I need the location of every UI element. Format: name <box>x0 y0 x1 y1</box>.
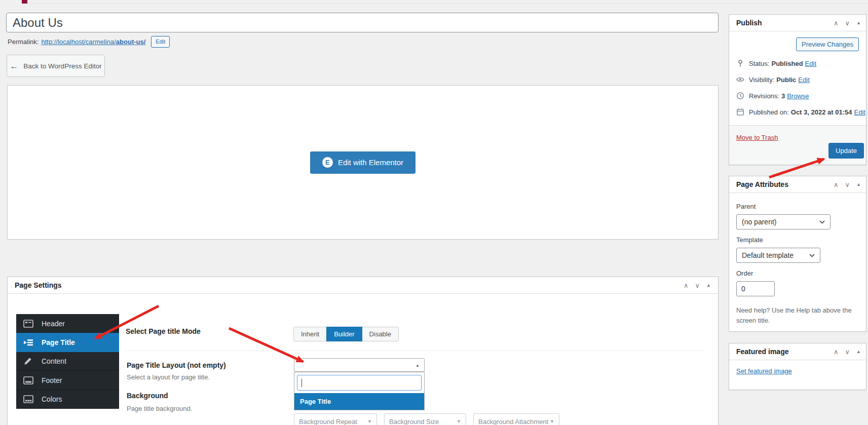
order-input[interactable] <box>736 281 775 296</box>
chevron-up-icon: ▲ <box>416 363 420 368</box>
move-down-icon[interactable]: ∨ <box>845 20 850 26</box>
settings-sidebar: Header Page Title Content Footer <box>16 314 119 409</box>
edit-with-elementor-button[interactable]: E Edit with Elementor <box>310 151 416 174</box>
footer-icon <box>23 376 33 384</box>
back-to-wordpress-editor-button[interactable]: ← Back to WordPress Editor <box>7 55 105 77</box>
permalink: Permalink: http://localhost/carmelina/ab… <box>8 35 170 48</box>
chevron-down-icon <box>809 254 815 257</box>
permalink-edit-button[interactable]: Edit <box>151 36 170 48</box>
publish-panel: Publish ∧ ∨ ▲ Preview Changes Status: Pu… <box>729 14 866 165</box>
page-title-input[interactable] <box>6 13 719 32</box>
featured-image-header: Featured image ∧ ∨ ▲ <box>729 343 866 360</box>
layout-search-input[interactable] <box>297 375 422 391</box>
move-to-trash-link[interactable]: Move to Trash <box>736 134 778 141</box>
publish-panel-header: Publish ∧ ∨ ▲ <box>729 15 866 31</box>
move-up-icon[interactable]: ∧ <box>684 282 689 289</box>
layout-option-page-title[interactable]: Page Title <box>294 393 424 410</box>
tab-page-title[interactable]: Page Title <box>16 333 119 352</box>
publish-revisions-row: Revisions: 3 Browse <box>736 92 859 100</box>
move-down-icon[interactable]: ∨ <box>845 349 850 355</box>
background-label: Background <box>127 392 168 400</box>
chevron-down-icon <box>819 220 825 224</box>
screen-corner-mark <box>22 0 27 4</box>
dropdown-arrow-icon: ▼ <box>367 419 372 424</box>
tab-header[interactable]: Header <box>16 314 119 333</box>
row-divider <box>126 351 703 351</box>
order-label: Order <box>736 269 859 277</box>
toggle-panel-icon[interactable]: ▲ <box>856 350 861 354</box>
page-title-mode-label: Select Page title Mode <box>126 327 201 335</box>
move-down-icon[interactable]: ∨ <box>695 282 700 289</box>
tab-footer[interactable]: Footer <box>16 371 119 390</box>
move-up-icon[interactable]: ∧ <box>834 349 839 355</box>
parent-label: Parent <box>736 203 859 210</box>
dropdown-arrow-icon: ▼ <box>457 419 461 424</box>
revisions-icon <box>736 92 744 100</box>
mode-disable-button[interactable]: Disable <box>362 327 399 341</box>
publish-visibility-row: Visibility: Public Edit <box>736 75 859 84</box>
page-attributes-title: Page Attributes <box>736 180 788 188</box>
permalink-link[interactable]: http://localhost/carmelina/about-us/ <box>41 38 145 46</box>
toggle-panel-icon[interactable]: ▲ <box>856 182 861 187</box>
pencil-icon <box>23 357 33 365</box>
edit-status-link[interactable]: Edit <box>805 60 816 67</box>
page-settings-panel: Page Settings ∧ ∨ ▲ Header Page Title <box>7 277 719 425</box>
toggle-panel-icon[interactable]: ▲ <box>856 21 861 25</box>
background-description: Page title background. <box>127 405 192 412</box>
tab-colors[interactable]: Colors <box>16 390 119 409</box>
help-text: Need help? Use the Help tab above the sc… <box>736 305 866 325</box>
background-size-select[interactable]: Background Size ▼ <box>384 413 466 425</box>
page-settings-title: Page Settings <box>15 281 62 289</box>
elementor-icon: E <box>322 157 333 168</box>
editor-canvas: E Edit with Elementor <box>7 85 719 240</box>
page-title-layout-select[interactable]: ▲ <box>294 358 425 372</box>
elementor-button-label: Edit with Elementor <box>338 158 403 167</box>
mode-inherit-button[interactable]: Inherit <box>293 327 327 341</box>
featured-image-panel: Featured image ∧ ∨ ▲ Set featured image <box>729 343 866 390</box>
tab-content[interactable]: Content <box>16 352 119 371</box>
eye-icon <box>736 75 744 84</box>
background-repeat-select[interactable]: Background Repeat ▼ <box>294 413 377 425</box>
move-up-icon[interactable]: ∧ <box>834 181 839 188</box>
featured-image-title: Featured image <box>736 347 788 356</box>
back-button-label: Back to WordPress Editor <box>23 62 101 70</box>
browse-revisions-link[interactable]: Browse <box>787 92 809 100</box>
page-settings-header: Page Settings ∧ ∨ ▲ <box>8 277 718 294</box>
toggle-panel-icon[interactable]: ▲ <box>706 283 711 288</box>
dropdown-arrow-icon: ▼ <box>550 419 554 424</box>
permalink-label: Permalink: <box>8 38 39 46</box>
page-title-mode-group: Inherit Builder Disable <box>293 327 399 341</box>
page-attributes-panel: Page Attributes ∧ ∨ ▲ Parent (no parent)… <box>729 176 866 332</box>
edit-date-link[interactable]: Edit <box>854 108 865 116</box>
calendar-icon <box>736 108 744 116</box>
page-title-icon <box>23 338 33 346</box>
set-featured-image-link[interactable]: Set featured image <box>736 367 792 375</box>
header-icon <box>23 320 33 328</box>
preview-changes-button[interactable]: Preview Changes <box>796 37 859 51</box>
mode-builder-button[interactable]: Builder <box>326 327 362 341</box>
top-hairline <box>28 3 868 4</box>
background-selects: Background Repeat ▼ Background Size ▼ Ba… <box>294 413 559 425</box>
layout-dropdown: Page Title <box>294 372 425 410</box>
move-down-icon[interactable]: ∨ <box>845 181 850 188</box>
update-button[interactable]: Update <box>828 143 864 159</box>
text-caret <box>301 379 302 387</box>
publish-panel-title: Publish <box>736 19 762 27</box>
page-title-layout-description: Select a layout for page title. <box>127 373 210 381</box>
page-title-layout-label: Page Title Layout (not empty) <box>127 361 226 369</box>
parent-select[interactable]: (no parent) <box>736 214 831 229</box>
edit-visibility-link[interactable]: Edit <box>798 76 809 84</box>
publish-actions-footer: Move to Trash Update <box>729 125 866 165</box>
background-attachment-select[interactable]: Background Attachment ▼ <box>473 413 559 425</box>
colors-icon <box>23 395 33 403</box>
publish-date-row: Published on: Oct 3, 2022 at 01:54 Edit <box>736 108 859 116</box>
pin-icon <box>736 59 744 67</box>
move-up-icon[interactable]: ∧ <box>834 20 839 26</box>
page-attributes-header: Page Attributes ∧ ∨ ▲ <box>729 176 866 193</box>
template-label: Template <box>736 236 859 244</box>
publish-status-row: Status: Published Edit <box>736 59 859 67</box>
arrow-left-icon: ← <box>10 62 18 70</box>
template-select[interactable]: Default template <box>736 248 820 263</box>
